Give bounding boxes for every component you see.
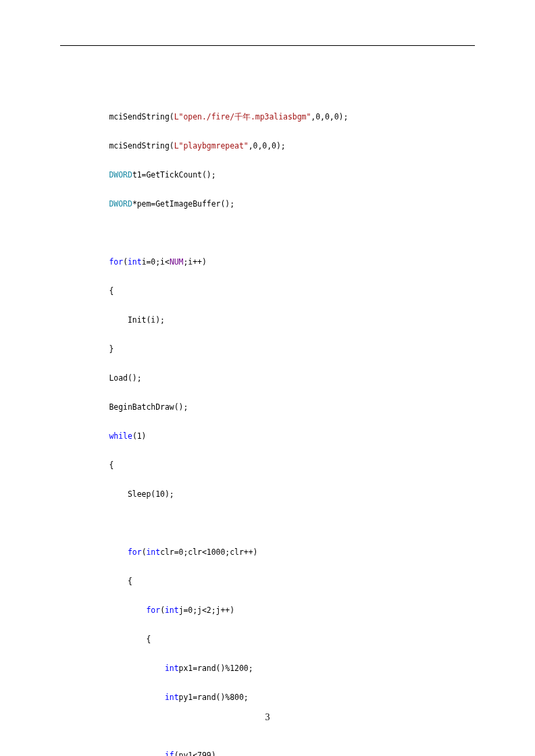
code-line (91, 516, 469, 531)
code-line: mciSendString(L"open./fire/千年.mp3aliasbg… (91, 110, 469, 125)
code-line: } (91, 342, 469, 357)
code-line (91, 226, 469, 241)
code-line: for(intj=0;j<2;j++) (91, 603, 469, 618)
code-line: mciSendString(L"playbgmrepeat",0,0,0); (91, 139, 469, 154)
code-line: { (91, 574, 469, 589)
code-line: { (91, 632, 469, 647)
code-line: if(py1<799) (91, 749, 469, 757)
header-rule (60, 45, 475, 46)
code-line: Init(i); (91, 313, 469, 328)
code-line: intpx1=rand()%1200; (91, 662, 469, 676)
code-line: Sleep(10); (91, 487, 469, 502)
code-line: for(intclr=0;clr<1000;clr++) (91, 545, 469, 560)
code-line: intpy1=rand()%800; (91, 691, 469, 705)
code-block: mciSendString(L"open./fire/千年.mp3aliasbg… (91, 95, 469, 756)
code-line: { (91, 284, 469, 299)
code-line: { (91, 458, 469, 473)
code-line: DWORDt1=GetTickCount(); (91, 168, 469, 183)
code-line: while(1) (91, 429, 469, 444)
code-line: Load(); (91, 371, 469, 386)
code-line: for(inti=0;i<NUM;i++) (91, 255, 469, 270)
code-line: BeginBatchDraw(); (91, 400, 469, 415)
code-line: DWORD*pem=GetImageBuffer(); (91, 197, 469, 212)
page-number: 3 (0, 712, 535, 723)
document-page: mciSendString(L"open./fire/千年.mp3aliasbg… (0, 0, 535, 756)
